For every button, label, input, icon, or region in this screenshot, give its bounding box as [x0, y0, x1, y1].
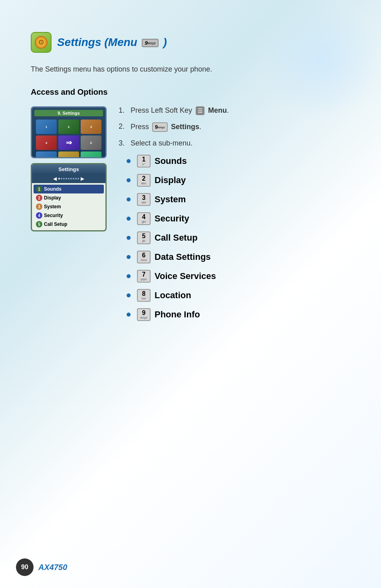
- phone-menu-item-security: 4 Security: [34, 211, 104, 220]
- bullet-datasettings: [127, 255, 131, 259]
- step-1-text-before: Press Left Soft Key: [131, 106, 192, 114]
- nav-left-arrow: ◀: [53, 176, 57, 181]
- nav-dot-1: [58, 178, 60, 179]
- num-key-system-sub: def: [141, 201, 146, 204]
- nav-dot-6: [70, 178, 72, 179]
- phone-menu-item-sounds: 1 Sounds: [34, 185, 104, 193]
- num-key-voiceservices-main: 7: [142, 271, 146, 278]
- phone-screen-bottom: Settings ◀ ▶: [31, 163, 107, 231]
- step-2-key-sup: wxyz: [158, 125, 165, 130]
- grid-label-8: 8: [68, 157, 69, 159]
- step-3-content: Select a sub-menu.: [131, 139, 350, 147]
- title-suffix: ): [163, 36, 167, 48]
- phone-screen-label: 9. Settings: [34, 110, 103, 116]
- num-key-display-main: 2: [142, 175, 146, 182]
- page-number: 90: [21, 564, 28, 571]
- step-1-number: 1.: [119, 106, 131, 115]
- bullet-callsetup: [127, 236, 131, 240]
- nav-dot-2: [61, 178, 62, 179]
- step-1-content: Press Left Soft Key ☰ Menu.: [131, 106, 350, 115]
- phone-menu-label-display: Display: [44, 195, 61, 201]
- submenu-label-datasettings: Data Settings: [155, 252, 211, 262]
- phone-menu-num-5: 5: [36, 221, 42, 227]
- grid-item-3: 3: [81, 120, 101, 134]
- num-key-sounds-main: 1: [142, 156, 146, 163]
- step-2-number: 2.: [119, 122, 131, 131]
- bullet-security: [127, 217, 131, 221]
- phone-grid: 1 2 3 4 ⇒ 6: [34, 118, 103, 158]
- num-key-datasettings: 6 mno: [137, 251, 151, 263]
- num-key-sounds: 1 o⁺: [137, 155, 151, 167]
- submenu-item-system: 3 def System: [127, 193, 350, 206]
- submenu-item-phoneinfo: 9 wxyz Phone Info: [127, 308, 350, 321]
- grid-item-5: ⇒: [58, 136, 79, 150]
- num-key-datasettings-sub: mno: [141, 259, 147, 262]
- step-2-text-before: Press: [131, 123, 149, 131]
- grid-label-9: 9: [90, 157, 92, 159]
- grid-label-6: 6: [90, 141, 92, 145]
- page-title: Settings (Menu 9wxyz ): [57, 36, 167, 49]
- access-options-section: 9. Settings 1 2 3 4 ⇒: [31, 106, 350, 327]
- submenu-item-datasettings: 6 mno Data Settings: [127, 251, 350, 263]
- grid-item-8: 8: [58, 151, 79, 158]
- num-key-phoneinfo-main: 9: [142, 310, 146, 316]
- num-key-security-main: 4: [142, 214, 146, 220]
- submenu-label-display: Display: [155, 175, 186, 185]
- phone-menu-nav: ◀ ▶: [32, 174, 105, 183]
- phone-menu-header: Settings: [32, 164, 105, 174]
- grid-label-2: 2: [68, 125, 69, 129]
- submenu-label-phoneinfo: Phone Info: [155, 309, 200, 320]
- num-key-voiceservices: 7 pqrs: [137, 270, 151, 283]
- settings-icon-inner: ⚙: [35, 36, 48, 49]
- settings-icon-box: ⚙: [31, 32, 52, 53]
- grid-item-apps: apps: [36, 151, 57, 158]
- num-key-system: 3 def: [137, 193, 151, 206]
- phone-menu-item-display: 2 Display: [34, 193, 104, 202]
- step-2-text-bold: Settings: [171, 123, 199, 131]
- nav-dots: [58, 178, 79, 179]
- step-2-key: 9wxyz: [152, 122, 168, 132]
- page-header: ⚙ Settings (Menu 9wxyz ): [31, 32, 350, 53]
- phone-screen-top: 9. Settings 1 2 3 4 ⇒: [31, 106, 107, 158]
- num-key-phoneinfo: 9 wxyz: [137, 308, 151, 321]
- bullet-display: [127, 178, 131, 182]
- num-key-display: 2 abc: [137, 174, 151, 187]
- num-key-location-main: 8: [142, 291, 146, 297]
- submenu-item-display: 2 abc Display: [127, 174, 350, 187]
- step-2-content: Press 9wxyz Settings.: [131, 122, 350, 132]
- bullet-system: [127, 197, 131, 201]
- section-title: Access and Options: [31, 88, 350, 97]
- submenu-list: 1 o⁺ Sounds 2 abc Display 3: [127, 155, 350, 321]
- num-key-display-sub: abc: [141, 182, 147, 185]
- submenu-item-callsetup: 5 jkl Call Setup: [127, 231, 350, 244]
- num-key-datasettings-main: 6: [142, 252, 146, 259]
- gear-icon: ⚙: [38, 38, 44, 47]
- phone-menu-item-system: 3 System: [34, 202, 104, 211]
- phone-mockups: 9. Settings 1 2 3 4 ⇒: [31, 106, 107, 231]
- page-footer: 90 AX4750: [0, 558, 381, 576]
- phone-menu-num-3: 3: [36, 203, 42, 210]
- phone-menu-item-callsetup: 5 Call Setup: [34, 220, 104, 229]
- grid-item-1: 1: [36, 120, 57, 134]
- nav-dot-3: [63, 178, 65, 179]
- grid-label-apps: apps: [43, 157, 50, 159]
- grid-item-9: 9: [81, 151, 101, 158]
- grid-item-4: 4: [36, 136, 57, 150]
- submenu-label-location: Location: [155, 290, 191, 301]
- num-key-voiceservices-sub: pqrs: [141, 278, 147, 281]
- submenu-item-security: 4 ghi Security: [127, 212, 350, 225]
- title-text: Settings (Menu: [57, 36, 137, 48]
- nav-right-arrow: ▶: [81, 176, 84, 181]
- nav-dot-4: [65, 178, 67, 179]
- phone-menu-num-4: 4: [36, 212, 42, 219]
- phone-menu-label-system: System: [44, 204, 61, 209]
- num-key-callsetup-main: 5: [142, 233, 146, 239]
- step-1: 1. Press Left Soft Key ☰ Menu.: [119, 106, 350, 115]
- submenu-label-system: System: [155, 194, 186, 205]
- title-key-sup: wxyz: [148, 41, 156, 45]
- bullet-sounds: [127, 159, 131, 163]
- num-key-security-sub: ghi: [142, 220, 146, 223]
- grid-label-1: 1: [46, 125, 47, 129]
- submenu-item-voiceservices: 7 pqrs Voice Services: [127, 270, 350, 283]
- submenu-label-callsetup: Call Setup: [155, 233, 198, 243]
